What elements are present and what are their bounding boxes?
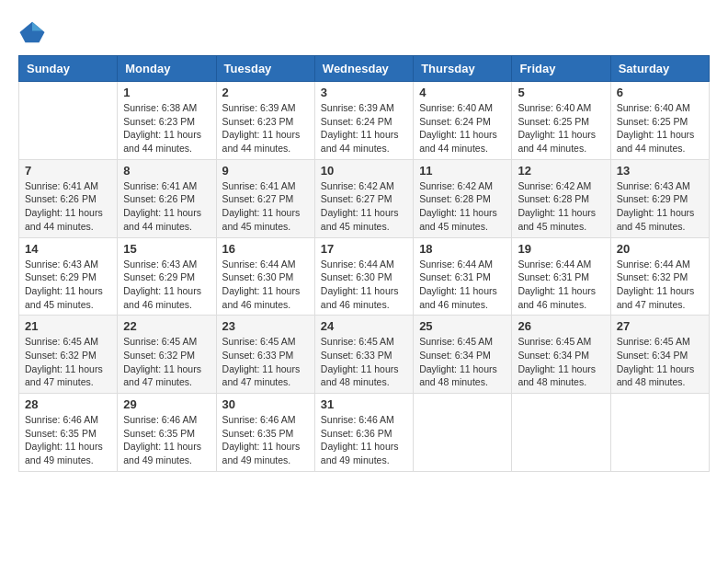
calendar-cell: 30 Sunrise: 6:46 AMSunset: 6:35 PMDaylig… [216,394,314,472]
day-number: 2 [222,86,309,99]
day-info: Sunrise: 6:41 AMSunset: 6:26 PMDaylight:… [123,179,210,234]
day-number: 15 [123,242,210,256]
calendar-cell: 1 Sunrise: 6:38 AMSunset: 6:23 PMDayligh… [118,82,216,160]
day-info: Sunrise: 6:40 AMSunset: 6:25 PMDaylight:… [617,101,703,155]
calendar-cell: 14 Sunrise: 6:43 AMSunset: 6:29 PMDaylig… [19,237,118,316]
calendar-cell: 12 Sunrise: 6:42 AMSunset: 6:28 PMDaylig… [512,159,610,237]
calendar-cell: 6 Sunrise: 6:40 AMSunset: 6:25 PMDayligh… [610,82,709,160]
calendar-cell: 16 Sunrise: 6:44 AMSunset: 6:30 PMDaylig… [216,237,314,316]
logo [18,18,50,46]
day-info: Sunrise: 6:44 AMSunset: 6:32 PMDaylight:… [617,258,703,312]
day-info: Sunrise: 6:45 AMSunset: 6:33 PMDaylight:… [321,335,407,389]
day-number: 9 [222,164,309,178]
header-saturday: Saturday [610,56,709,82]
calendar-cell: 24 Sunrise: 6:45 AMSunset: 6:33 PMDaylig… [314,316,413,394]
calendar-cell: 19 Sunrise: 6:44 AMSunset: 6:31 PMDaylig… [512,237,610,316]
calendar-cell [414,394,512,472]
calendar-cell: 25 Sunrise: 6:45 AMSunset: 6:34 PMDaylig… [414,316,512,394]
week-row-3: 21 Sunrise: 6:45 AMSunset: 6:32 PMDaylig… [19,316,710,394]
day-number: 28 [25,397,111,411]
day-number: 30 [222,397,309,411]
day-info: Sunrise: 6:45 AMSunset: 6:34 PMDaylight:… [518,335,604,389]
day-number: 31 [321,397,407,411]
day-info: Sunrise: 6:46 AMSunset: 6:35 PMDaylight:… [123,413,210,467]
day-number: 17 [321,242,407,256]
day-number: 20 [617,242,703,256]
calendar-table: SundayMondayTuesdayWednesdayThursdayFrid… [18,55,710,472]
day-number: 13 [617,164,703,178]
calendar-cell: 29 Sunrise: 6:46 AMSunset: 6:35 PMDaylig… [118,394,216,472]
calendar-cell [512,394,610,472]
day-info: Sunrise: 6:44 AMSunset: 6:31 PMDaylight:… [518,258,604,312]
calendar-cell: 11 Sunrise: 6:42 AMSunset: 6:28 PMDaylig… [414,159,512,237]
day-info: Sunrise: 6:41 AMSunset: 6:26 PMDaylight:… [25,179,111,234]
calendar-cell: 17 Sunrise: 6:44 AMSunset: 6:30 PMDaylig… [314,237,413,316]
calendar-cell: 26 Sunrise: 6:45 AMSunset: 6:34 PMDaylig… [512,316,610,394]
calendar-cell: 20 Sunrise: 6:44 AMSunset: 6:32 PMDaylig… [610,237,709,316]
day-info: Sunrise: 6:45 AMSunset: 6:34 PMDaylight:… [617,335,703,389]
day-number: 22 [123,319,210,333]
header [18,18,710,46]
header-sunday: Sunday [19,56,118,82]
week-row-4: 28 Sunrise: 6:46 AMSunset: 6:35 PMDaylig… [19,394,710,472]
day-info: Sunrise: 6:45 AMSunset: 6:32 PMDaylight:… [25,335,111,389]
calendar-cell: 10 Sunrise: 6:42 AMSunset: 6:27 PMDaylig… [314,159,413,237]
day-number: 18 [419,242,506,256]
day-number: 19 [518,242,604,256]
day-number: 6 [617,86,703,99]
day-number: 24 [321,319,407,333]
header-monday: Monday [118,56,216,82]
day-number: 26 [518,319,604,333]
day-info: Sunrise: 6:44 AMSunset: 6:30 PMDaylight:… [321,258,407,312]
day-number: 8 [123,164,210,178]
calendar-cell: 5 Sunrise: 6:40 AMSunset: 6:25 PMDayligh… [512,82,610,160]
day-info: Sunrise: 6:45 AMSunset: 6:34 PMDaylight:… [419,335,506,389]
calendar-cell: 18 Sunrise: 6:44 AMSunset: 6:31 PMDaylig… [414,237,512,316]
calendar-cell: 9 Sunrise: 6:41 AMSunset: 6:27 PMDayligh… [216,159,314,237]
calendar-cell: 7 Sunrise: 6:41 AMSunset: 6:26 PMDayligh… [19,159,118,237]
header-wednesday: Wednesday [314,56,413,82]
calendar-cell: 2 Sunrise: 6:39 AMSunset: 6:23 PMDayligh… [216,82,314,160]
day-info: Sunrise: 6:39 AMSunset: 6:23 PMDaylight:… [222,101,309,155]
day-number: 3 [321,86,407,99]
day-number: 12 [518,164,604,178]
day-number: 21 [25,319,111,333]
day-info: Sunrise: 6:45 AMSunset: 6:32 PMDaylight:… [123,335,210,389]
calendar-cell: 4 Sunrise: 6:40 AMSunset: 6:24 PMDayligh… [414,82,512,160]
calendar-header-row: SundayMondayTuesdayWednesdayThursdayFrid… [19,56,710,82]
day-number: 1 [123,86,210,99]
day-info: Sunrise: 6:43 AMSunset: 6:29 PMDaylight:… [123,258,210,312]
day-number: 16 [222,242,309,256]
calendar-cell: 13 Sunrise: 6:43 AMSunset: 6:29 PMDaylig… [610,159,709,237]
day-info: Sunrise: 6:44 AMSunset: 6:31 PMDaylight:… [419,258,506,312]
day-info: Sunrise: 6:43 AMSunset: 6:29 PMDaylight:… [25,258,111,312]
calendar-cell: 31 Sunrise: 6:46 AMSunset: 6:36 PMDaylig… [314,394,413,472]
header-tuesday: Tuesday [216,56,314,82]
week-row-0: 1 Sunrise: 6:38 AMSunset: 6:23 PMDayligh… [19,82,710,160]
calendar-cell: 22 Sunrise: 6:45 AMSunset: 6:32 PMDaylig… [118,316,216,394]
day-info: Sunrise: 6:42 AMSunset: 6:28 PMDaylight:… [518,179,604,234]
header-thursday: Thursday [414,56,512,82]
calendar-cell: 3 Sunrise: 6:39 AMSunset: 6:24 PMDayligh… [314,82,413,160]
calendar-cell: 27 Sunrise: 6:45 AMSunset: 6:34 PMDaylig… [610,316,709,394]
day-info: Sunrise: 6:45 AMSunset: 6:33 PMDaylight:… [222,335,309,389]
calendar-cell: 28 Sunrise: 6:46 AMSunset: 6:35 PMDaylig… [19,394,118,472]
day-number: 11 [419,164,506,178]
day-number: 27 [617,319,703,333]
day-number: 23 [222,319,309,333]
day-number: 5 [518,86,604,99]
day-info: Sunrise: 6:39 AMSunset: 6:24 PMDaylight:… [321,101,407,155]
day-number: 29 [123,397,210,411]
day-number: 14 [25,242,111,256]
calendar-cell: 23 Sunrise: 6:45 AMSunset: 6:33 PMDaylig… [216,316,314,394]
day-info: Sunrise: 6:41 AMSunset: 6:27 PMDaylight:… [222,179,309,234]
day-info: Sunrise: 6:42 AMSunset: 6:28 PMDaylight:… [419,179,506,234]
calendar-cell [19,82,118,160]
day-number: 7 [25,164,111,178]
week-row-2: 14 Sunrise: 6:43 AMSunset: 6:29 PMDaylig… [19,237,710,316]
calendar-cell: 21 Sunrise: 6:45 AMSunset: 6:32 PMDaylig… [19,316,118,394]
day-number: 10 [321,164,407,178]
calendar-cell [610,394,709,472]
day-info: Sunrise: 6:40 AMSunset: 6:24 PMDaylight:… [419,101,506,155]
day-info: Sunrise: 6:43 AMSunset: 6:29 PMDaylight:… [617,179,703,234]
